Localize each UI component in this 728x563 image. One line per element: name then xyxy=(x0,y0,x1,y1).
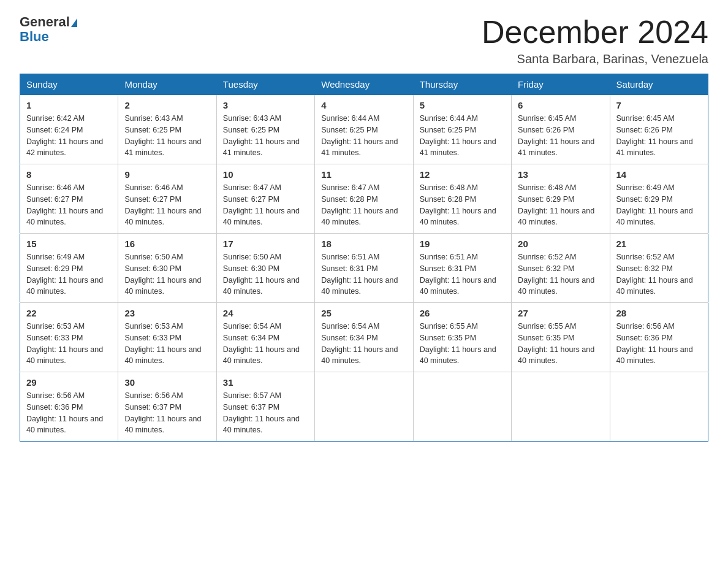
day-number: 20 xyxy=(518,239,603,249)
day-info: Sunrise: 6:43 AMSunset: 6:25 PMDaylight:… xyxy=(124,113,210,159)
day-cell: 6Sunrise: 6:45 AMSunset: 6:26 PMDaylight… xyxy=(512,95,610,164)
day-number: 6 xyxy=(518,100,603,110)
day-cell: 21Sunrise: 6:52 AMSunset: 6:32 PMDayligh… xyxy=(610,234,708,303)
day-cell: 14Sunrise: 6:49 AMSunset: 6:29 PMDayligh… xyxy=(610,164,708,234)
day-cell: 26Sunrise: 6:55 AMSunset: 6:35 PMDayligh… xyxy=(413,303,511,372)
day-number: 4 xyxy=(321,100,406,110)
week-row-2: 8Sunrise: 6:46 AMSunset: 6:27 PMDaylight… xyxy=(20,164,708,234)
day-cell: 15Sunrise: 6:49 AMSunset: 6:29 PMDayligh… xyxy=(20,234,118,303)
day-cell: 20Sunrise: 6:52 AMSunset: 6:32 PMDayligh… xyxy=(512,234,610,303)
logo-blue: Blue xyxy=(20,29,49,44)
day-number: 8 xyxy=(26,169,112,180)
location-subtitle: Santa Barbara, Barinas, Venezuela xyxy=(482,52,708,66)
day-cell: 23Sunrise: 6:53 AMSunset: 6:33 PMDayligh… xyxy=(118,303,216,372)
day-cell: 4Sunrise: 6:44 AMSunset: 6:25 PMDaylight… xyxy=(315,95,413,164)
day-cell: 22Sunrise: 6:53 AMSunset: 6:33 PMDayligh… xyxy=(20,303,118,372)
day-cell xyxy=(315,372,413,442)
calendar-header: SundayMondayTuesdayWednesdayThursdayFrid… xyxy=(20,74,708,95)
column-header-wednesday: Wednesday xyxy=(315,74,413,95)
day-info: Sunrise: 6:46 AMSunset: 6:27 PMDaylight:… xyxy=(124,182,210,228)
day-info: Sunrise: 6:52 AMSunset: 6:32 PMDaylight:… xyxy=(616,251,702,297)
day-cell: 13Sunrise: 6:48 AMSunset: 6:29 PMDayligh… xyxy=(512,164,610,234)
day-info: Sunrise: 6:55 AMSunset: 6:35 PMDaylight:… xyxy=(420,321,505,367)
day-number: 3 xyxy=(223,100,308,110)
day-cell: 31Sunrise: 6:57 AMSunset: 6:37 PMDayligh… xyxy=(216,372,314,442)
day-number: 10 xyxy=(223,169,308,180)
calendar-table: SundayMondayTuesdayWednesdayThursdayFrid… xyxy=(20,74,708,442)
day-info: Sunrise: 6:49 AMSunset: 6:29 PMDaylight:… xyxy=(616,182,702,228)
day-cell: 30Sunrise: 6:56 AMSunset: 6:37 PMDayligh… xyxy=(118,372,216,442)
day-info: Sunrise: 6:52 AMSunset: 6:32 PMDaylight:… xyxy=(518,251,603,297)
day-info: Sunrise: 6:53 AMSunset: 6:33 PMDaylight:… xyxy=(124,321,210,367)
day-cell: 5Sunrise: 6:44 AMSunset: 6:25 PMDaylight… xyxy=(413,95,511,164)
day-info: Sunrise: 6:48 AMSunset: 6:29 PMDaylight:… xyxy=(518,182,603,228)
day-info: Sunrise: 6:43 AMSunset: 6:25 PMDaylight:… xyxy=(223,113,308,159)
day-cell: 27Sunrise: 6:55 AMSunset: 6:35 PMDayligh… xyxy=(512,303,610,372)
day-cell: 1Sunrise: 6:42 AMSunset: 6:24 PMDaylight… xyxy=(20,95,118,164)
day-info: Sunrise: 6:57 AMSunset: 6:37 PMDaylight:… xyxy=(223,390,308,436)
day-cell: 28Sunrise: 6:56 AMSunset: 6:36 PMDayligh… xyxy=(610,303,708,372)
day-number: 27 xyxy=(518,308,603,318)
day-info: Sunrise: 6:56 AMSunset: 6:36 PMDaylight:… xyxy=(26,390,112,436)
day-info: Sunrise: 6:51 AMSunset: 6:31 PMDaylight:… xyxy=(321,251,406,297)
day-number: 30 xyxy=(124,377,210,388)
day-cell: 3Sunrise: 6:43 AMSunset: 6:25 PMDaylight… xyxy=(216,95,314,164)
column-header-monday: Monday xyxy=(118,74,216,95)
day-number: 17 xyxy=(223,239,308,249)
column-header-saturday: Saturday xyxy=(610,74,708,95)
week-row-4: 22Sunrise: 6:53 AMSunset: 6:33 PMDayligh… xyxy=(20,303,708,372)
day-cell: 12Sunrise: 6:48 AMSunset: 6:28 PMDayligh… xyxy=(413,164,511,234)
day-info: Sunrise: 6:49 AMSunset: 6:29 PMDaylight:… xyxy=(26,251,112,297)
day-cell: 19Sunrise: 6:51 AMSunset: 6:31 PMDayligh… xyxy=(413,234,511,303)
day-number: 9 xyxy=(124,169,210,180)
week-row-5: 29Sunrise: 6:56 AMSunset: 6:36 PMDayligh… xyxy=(20,372,708,442)
day-info: Sunrise: 6:44 AMSunset: 6:25 PMDaylight:… xyxy=(420,113,505,159)
day-info: Sunrise: 6:47 AMSunset: 6:27 PMDaylight:… xyxy=(223,182,308,228)
day-cell: 9Sunrise: 6:46 AMSunset: 6:27 PMDaylight… xyxy=(118,164,216,234)
day-cell: 25Sunrise: 6:54 AMSunset: 6:34 PMDayligh… xyxy=(315,303,413,372)
day-info: Sunrise: 6:48 AMSunset: 6:28 PMDaylight:… xyxy=(420,182,505,228)
day-number: 1 xyxy=(26,100,112,110)
day-info: Sunrise: 6:44 AMSunset: 6:25 PMDaylight:… xyxy=(321,113,406,159)
day-number: 14 xyxy=(616,169,702,180)
day-number: 11 xyxy=(321,169,406,180)
column-header-friday: Friday xyxy=(512,74,610,95)
day-info: Sunrise: 6:42 AMSunset: 6:24 PMDaylight:… xyxy=(26,113,112,159)
day-number: 5 xyxy=(420,100,505,110)
day-number: 31 xyxy=(223,377,308,388)
week-row-1: 1Sunrise: 6:42 AMSunset: 6:24 PMDaylight… xyxy=(20,95,708,164)
day-cell xyxy=(610,372,708,442)
day-cell xyxy=(512,372,610,442)
day-info: Sunrise: 6:45 AMSunset: 6:26 PMDaylight:… xyxy=(518,113,603,159)
day-cell xyxy=(413,372,511,442)
day-info: Sunrise: 6:46 AMSunset: 6:27 PMDaylight:… xyxy=(26,182,112,228)
page-header: General Blue December 2024 Santa Barbara… xyxy=(20,15,708,66)
day-info: Sunrise: 6:53 AMSunset: 6:33 PMDaylight:… xyxy=(26,321,112,367)
day-cell: 7Sunrise: 6:45 AMSunset: 6:26 PMDaylight… xyxy=(610,95,708,164)
day-number: 12 xyxy=(420,169,505,180)
day-info: Sunrise: 6:50 AMSunset: 6:30 PMDaylight:… xyxy=(124,251,210,297)
column-header-tuesday: Tuesday xyxy=(216,74,314,95)
day-number: 22 xyxy=(26,308,112,318)
logo[interactable]: General Blue xyxy=(20,15,77,44)
day-cell: 10Sunrise: 6:47 AMSunset: 6:27 PMDayligh… xyxy=(216,164,314,234)
week-row-3: 15Sunrise: 6:49 AMSunset: 6:29 PMDayligh… xyxy=(20,234,708,303)
title-block: December 2024 Santa Barbara, Barinas, Ve… xyxy=(482,15,708,66)
day-number: 29 xyxy=(26,377,112,388)
day-info: Sunrise: 6:51 AMSunset: 6:31 PMDaylight:… xyxy=(420,251,505,297)
day-info: Sunrise: 6:54 AMSunset: 6:34 PMDaylight:… xyxy=(223,321,308,367)
day-cell: 11Sunrise: 6:47 AMSunset: 6:28 PMDayligh… xyxy=(315,164,413,234)
day-number: 18 xyxy=(321,239,406,249)
day-number: 7 xyxy=(616,100,702,110)
day-info: Sunrise: 6:56 AMSunset: 6:36 PMDaylight:… xyxy=(616,321,702,367)
day-info: Sunrise: 6:55 AMSunset: 6:35 PMDaylight:… xyxy=(518,321,603,367)
day-number: 16 xyxy=(124,239,210,249)
logo-general: General xyxy=(20,15,77,29)
day-cell: 18Sunrise: 6:51 AMSunset: 6:31 PMDayligh… xyxy=(315,234,413,303)
day-info: Sunrise: 6:45 AMSunset: 6:26 PMDaylight:… xyxy=(616,113,702,159)
day-number: 26 xyxy=(420,308,505,318)
day-info: Sunrise: 6:50 AMSunset: 6:30 PMDaylight:… xyxy=(223,251,308,297)
day-cell: 29Sunrise: 6:56 AMSunset: 6:36 PMDayligh… xyxy=(20,372,118,442)
day-cell: 17Sunrise: 6:50 AMSunset: 6:30 PMDayligh… xyxy=(216,234,314,303)
column-header-sunday: Sunday xyxy=(20,74,118,95)
